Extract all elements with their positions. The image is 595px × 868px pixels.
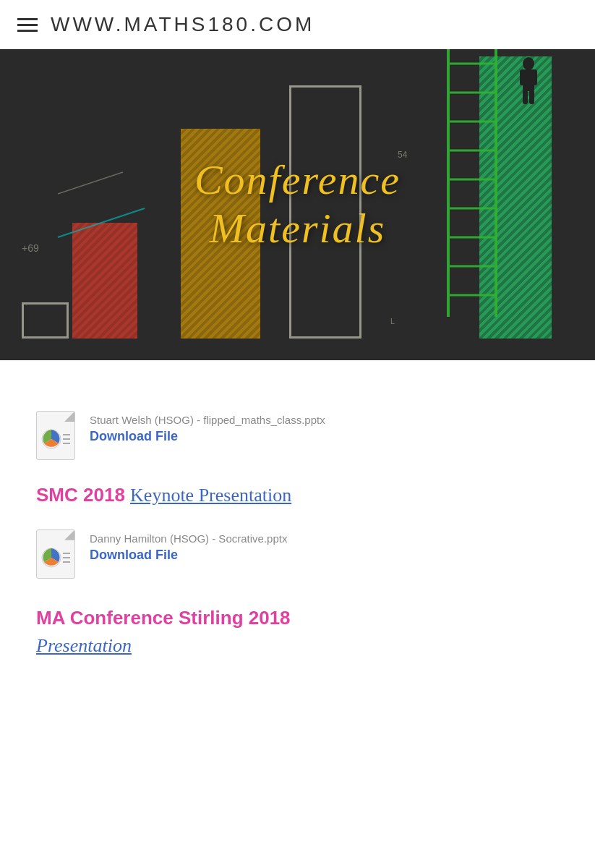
hero-banner: +69 54 L Conference Materials (0, 49, 595, 360)
pptx-pie-chart-2 (41, 543, 72, 572)
file-name-2: Danny Hamilton (HSOG) - Socrative.pptx (90, 532, 287, 545)
keynote-link[interactable]: Keynote Presentation (130, 485, 291, 506)
smc-prefix: SMC 2018 (36, 484, 130, 506)
section-ma-conference: MA Conference Stirling 2018 Presentation (36, 606, 559, 658)
person-silhouette (514, 56, 543, 110)
svg-line-15 (58, 208, 145, 237)
file-item-2: Danny Hamilton (HSOG) - Socrative.pptx D… (36, 529, 559, 580)
main-content: Stuart Welsh (HSOG) - flipped_maths_clas… (0, 360, 595, 694)
pptx-pie-chart-1 (41, 425, 72, 454)
svg-point-9 (523, 57, 534, 70)
hero-title-line1: Conference (194, 156, 401, 203)
svg-rect-13 (523, 90, 528, 104)
ma-heading: MA Conference Stirling 2018 (36, 606, 559, 631)
hero-title-line2: Materials (210, 205, 386, 252)
download-link-2[interactable]: Download File (90, 548, 287, 563)
pptx-icon-1 (36, 411, 78, 461)
svg-rect-12 (531, 69, 537, 85)
hero-title: Conference Materials (194, 156, 401, 252)
download-link-1[interactable]: Download File (90, 429, 325, 444)
svg-line-16 (58, 172, 123, 194)
svg-text:+69: +69 (22, 242, 39, 254)
file-info-1: Stuart Welsh (HSOG) - flipped_maths_clas… (90, 411, 325, 444)
svg-text:L: L (390, 317, 395, 326)
section-smc2018: SMC 2018 Keynote Presentation (36, 483, 559, 508)
hamburger-menu[interactable] (17, 18, 38, 32)
svg-rect-14 (529, 90, 534, 104)
site-header: WWW.MATHS180.COM (0, 0, 595, 49)
pptx-icon-2 (36, 529, 78, 580)
file-item-1: Stuart Welsh (HSOG) - flipped_maths_clas… (36, 411, 559, 461)
svg-rect-11 (520, 69, 526, 85)
file-info-2: Danny Hamilton (HSOG) - Socrative.pptx D… (90, 529, 287, 563)
file-name-1: Stuart Welsh (HSOG) - flipped_maths_clas… (90, 414, 325, 426)
site-title: WWW.MATHS180.COM (51, 13, 314, 36)
presentation-link[interactable]: Presentation (36, 634, 559, 658)
